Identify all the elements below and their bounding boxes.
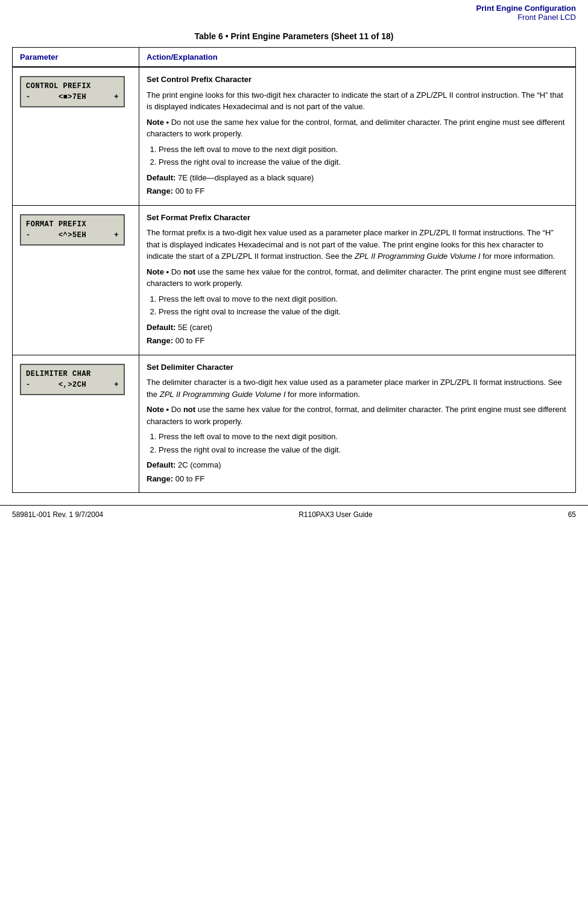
table-row: CONTROL PREFIX - <■>7EH +Set Control Pre… — [13, 67, 576, 205]
action-default-1: Default: 5E (caret) — [147, 322, 568, 334]
page-header: Print Engine Configuration Front Panel L… — [0, 0, 588, 23]
step-2-0: Press the left oval to move to the next … — [159, 431, 568, 443]
action-note-0: Note • Do not use the same hex value for… — [147, 116, 568, 140]
action-default-2: Default: 2C (comma) — [147, 459, 568, 471]
step-1-1: Press the right oval to increase the val… — [159, 306, 568, 318]
action-title-2: Set Delimiter Character — [147, 363, 233, 372]
step-0-0: Press the left oval to move to the next … — [159, 144, 568, 156]
lcd-display-0: CONTROL PREFIX - <■>7EH + — [20, 76, 125, 107]
param-cell-0: CONTROL PREFIX - <■>7EH + — [13, 67, 139, 205]
action-note-2: Note • Do not use the same hex value for… — [147, 404, 568, 427]
lcd-display-2: DELIMITER CHAR - <,>2CH + — [20, 364, 125, 395]
step-0-1: Press the right oval to increase the val… — [159, 156, 568, 168]
action-title-1: Set Format Prefix Character — [147, 213, 250, 222]
header-title: Print Engine Configuration — [12, 4, 576, 13]
action-body-2: The delimiter character is a two-digit h… — [147, 376, 568, 400]
action-note-1: Note • Do not use the same hex value for… — [147, 266, 568, 290]
action-default-0: Default: 7E (tilde—displayed as a black … — [147, 172, 568, 184]
param-cell-1: FORMAT PREFIX - <^>5EH + — [13, 205, 139, 355]
footer-center: R110PAX3 User Guide — [299, 510, 373, 519]
action-cell-0: Set Control Prefix CharacterThe print en… — [139, 67, 576, 205]
action-range-2: Range: 00 to FF — [147, 473, 568, 485]
table-row: FORMAT PREFIX - <^>5EH +Set Format Prefi… — [13, 205, 576, 355]
action-range-0: Range: 00 to FF — [147, 185, 568, 197]
lcd-display-1: FORMAT PREFIX - <^>5EH + — [20, 214, 125, 246]
action-range-1: Range: 00 to FF — [147, 335, 568, 347]
action-title-0: Set Control Prefix Character — [147, 75, 251, 84]
footer-right: 65 — [568, 510, 576, 519]
col-header-action: Action/Explanation — [139, 48, 576, 68]
action-cell-2: Set Delimiter CharacterThe delimiter cha… — [139, 355, 576, 493]
col-header-param: Parameter — [13, 48, 139, 68]
page-footer: 58981L-001 Rev. 1 9/7/2004 R110PAX3 User… — [0, 505, 588, 524]
param-cell-2: DELIMITER CHAR - <,>2CH + — [13, 355, 139, 493]
action-body-0: The print engine looks for this two-digi… — [147, 89, 568, 113]
table-row: DELIMITER CHAR - <,>2CH +Set Delimiter C… — [13, 355, 576, 493]
step-2-1: Press the right oval to increase the val… — [159, 444, 568, 456]
action-steps-0: Press the left oval to move to the next … — [159, 144, 568, 168]
table-title: Table 6 • Print Engine Parameters (Sheet… — [0, 23, 588, 47]
action-body-1: The format prefix is a two-digit hex val… — [147, 227, 568, 262]
action-steps-2: Press the left oval to move to the next … — [159, 431, 568, 456]
header-subtitle: Front Panel LCD — [12, 13, 576, 22]
action-steps-1: Press the left oval to move to the next … — [159, 293, 568, 318]
page-container: Print Engine Configuration Front Panel L… — [0, 0, 588, 908]
step-1-0: Press the left oval to move to the next … — [159, 293, 568, 305]
footer-left: 58981L-001 Rev. 1 9/7/2004 — [12, 510, 103, 519]
action-cell-1: Set Format Prefix CharacterThe format pr… — [139, 205, 576, 355]
main-table: Parameter Action/Explanation CONTROL PRE… — [12, 47, 576, 493]
